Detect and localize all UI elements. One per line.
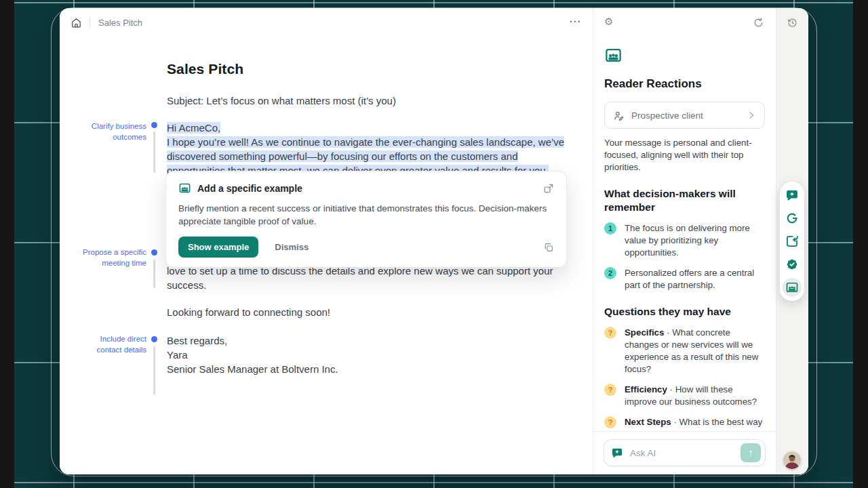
question-item: ? Specifics · What concrete changes or n… <box>604 327 765 375</box>
annotation-range-line <box>153 131 155 173</box>
desktop-background: Sales Pitch ⋯ Clarify business outcomes … <box>0 0 868 488</box>
question-badge: ? <box>604 384 616 396</box>
question-badge: ? <box>604 416 616 428</box>
annotation-dot[interactable] <box>151 122 157 128</box>
margin-annotation-clarify[interactable]: Clarify business outcomes <box>76 121 146 142</box>
remember-item-text: Personalized offers are a central part o… <box>625 267 765 291</box>
screen-edge-left <box>0 0 14 488</box>
annotation-range-line <box>153 346 155 394</box>
panel-title: Reader Reactions <box>604 77 765 91</box>
reader-reactions-panel: ⚙ Reader Reactions Prospective client <box>593 8 776 474</box>
signature-line: Senior Sales Manager at Boltvern Inc. <box>167 362 574 376</box>
dismiss-button[interactable]: Dismiss <box>271 241 313 253</box>
document-topbar: Sales Pitch ⋯ <box>60 8 593 37</box>
question-item: ? Next Steps · What is the best way to s… <box>604 416 765 431</box>
more-options-button[interactable]: ⋯ <box>569 14 580 28</box>
audience-selector-value: Prospective client <box>631 110 740 121</box>
copy-icon[interactable] <box>543 242 554 253</box>
reader-reactions-icon <box>604 46 765 67</box>
annotation-range-line <box>153 260 155 288</box>
suggestion-card-header: Add a specific example <box>178 182 554 195</box>
reaction-summary: Your message is personal and client-focu… <box>604 137 765 174</box>
ask-ai-footer: ↑ <box>593 431 776 474</box>
margin-annotation-contact[interactable]: Include direct contact details <box>76 334 146 355</box>
suggestion-card: Add a specific example Briefly mention a… <box>165 171 567 268</box>
rail-grammarly-g-icon[interactable] <box>783 209 802 228</box>
right-tool-strip <box>776 8 808 474</box>
paragraph-closing[interactable]: Looking forward to connecting soon! <box>167 305 574 319</box>
refresh-icon[interactable] <box>753 17 764 28</box>
show-example-button[interactable]: Show example <box>178 237 258 258</box>
question-item: ? Efficiency · How will these improve ou… <box>604 384 765 408</box>
question-item-text: Next Steps · What is the best way to sch… <box>625 416 765 431</box>
suggestion-title: Add a specific example <box>197 183 537 194</box>
margin-annotation-meeting[interactable]: Propose a specific meeting time <box>76 247 146 268</box>
annotation-dot[interactable] <box>151 249 157 256</box>
ask-ai-input[interactable] <box>629 447 735 459</box>
annotation-dot[interactable] <box>151 336 157 342</box>
reader-reactions-content: Reader Reactions Prospective client Your… <box>593 37 776 431</box>
question-item-text: Specifics · What concrete changes or new… <box>625 327 765 375</box>
suggestion-actions: Show example Dismiss <box>178 237 554 258</box>
remember-item: 1 The focus is on delivering more value … <box>604 222 765 259</box>
home-icon[interactable] <box>71 17 82 28</box>
audience-selector[interactable]: Prospective client <box>604 102 765 129</box>
persona-icon <box>613 110 625 121</box>
signature-block[interactable]: Best regards, Yara Senior Sales Manager … <box>167 333 574 376</box>
send-button[interactable]: ↑ <box>741 443 761 462</box>
number-badge: 2 <box>604 267 616 279</box>
version-history-icon[interactable] <box>787 17 798 28</box>
assistant-rail <box>780 182 804 301</box>
user-avatar[interactable] <box>783 451 801 469</box>
app-window: Sales Pitch ⋯ Clarify business outcomes … <box>60 8 808 474</box>
breadcrumb[interactable]: Sales Pitch <box>98 18 142 28</box>
paragraph-selected[interactable]: Hi AcmeCo,I hope you’re well! As we cont… <box>167 121 574 178</box>
question-item-text: Efficiency · How will these improve our … <box>625 384 765 408</box>
selected-text-greeting[interactable]: Hi AcmeCo, <box>167 122 220 134</box>
ask-ai-bar[interactable]: ↑ <box>604 439 766 466</box>
signature-line: Yara <box>167 348 574 362</box>
rail-correctness-badge-icon[interactable] <box>783 255 802 274</box>
screen-edge-right <box>853 0 868 488</box>
suggestion-body: Briefly mention a recent success or init… <box>178 202 555 228</box>
question-badge: ? <box>604 327 616 339</box>
rail-reader-reactions-icon[interactable] <box>783 278 802 297</box>
subject-line[interactable]: Subject: Let’s focus on what matters mos… <box>167 95 396 106</box>
document-pane: Sales Pitch ⋯ Clarify business outcomes … <box>60 8 593 474</box>
remember-item-text: The focus is on delivering more value by… <box>625 222 765 259</box>
chevron-right-icon <box>747 110 756 120</box>
rail-rewrite-icon[interactable] <box>783 232 802 251</box>
questions-heading: Questions they may have <box>604 305 765 319</box>
breadcrumb-divider <box>90 17 90 28</box>
signature-line: Best regards, <box>167 333 574 348</box>
reader-reactions-icon <box>178 182 191 195</box>
remember-item: 2 Personalized offers are a central part… <box>604 267 765 291</box>
remember-heading: What decision-makers will remember <box>604 187 765 214</box>
settings-gear-icon[interactable]: ⚙ <box>604 16 613 28</box>
number-badge: 1 <box>604 222 616 235</box>
paragraph-continuation[interactable]: love to set up a time to discuss the det… <box>167 264 574 292</box>
document-title: Sales Pitch <box>167 61 243 77</box>
open-in-window-icon[interactable] <box>543 183 554 194</box>
rail-comment-sparkle-icon[interactable] <box>783 186 802 205</box>
ask-ai-bubble-icon <box>611 447 623 459</box>
